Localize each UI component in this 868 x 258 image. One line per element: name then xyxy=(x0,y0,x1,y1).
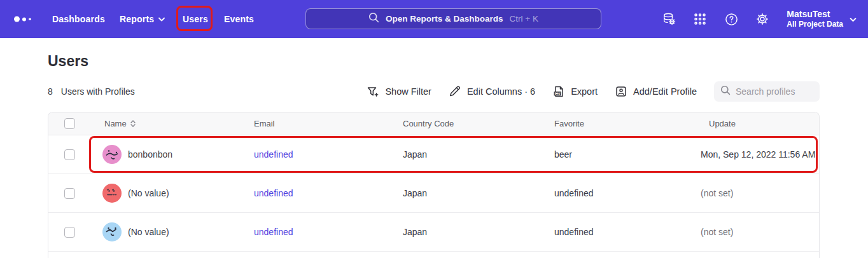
nav-users-label: Users xyxy=(183,14,208,24)
search-icon xyxy=(368,12,379,25)
add-edit-profile-label: Add/Edit Profile xyxy=(633,86,697,97)
nav-item-events[interactable]: Events xyxy=(224,14,254,24)
nav-reports-label: Reports xyxy=(120,14,154,24)
column-header-favorite[interactable]: Favorite xyxy=(554,119,701,128)
profile-email[interactable]: undefined xyxy=(254,227,403,237)
column-header-email[interactable]: Email xyxy=(254,119,403,128)
profile-country: Japan xyxy=(403,188,554,198)
users-page: Dashboards Reports Users Events Open Rep… xyxy=(0,0,868,258)
filter-plus-icon xyxy=(367,86,379,98)
profile-favorite: undefined xyxy=(554,227,701,237)
nav-item-users[interactable]: Users xyxy=(183,14,208,24)
table-row[interactable]: (No value) undefined Japan undefined (no… xyxy=(48,213,819,252)
chevron-down-icon xyxy=(158,17,165,22)
search-icon xyxy=(720,85,731,98)
profile-country: Japan xyxy=(403,227,554,237)
profiles-table: Name Email Country Code Favorite Update xyxy=(48,112,820,258)
avatar xyxy=(102,145,122,164)
row-checkbox[interactable] xyxy=(64,227,75,238)
table-toolbar: Show Filter Edit Columns · 6 CSV Expo xyxy=(367,81,820,102)
partial-next-row xyxy=(48,252,819,257)
name-header-label: Name xyxy=(104,119,127,128)
profile-update: Mon, Sep 12, 2022 11:56 AM xyxy=(701,149,820,160)
add-edit-profile-button[interactable]: Add/Edit Profile xyxy=(615,85,697,98)
nav-events-label: Events xyxy=(224,14,254,24)
column-header-country[interactable]: Country Code xyxy=(403,119,554,128)
project-selector[interactable]: MatsuTest All Project Data xyxy=(787,9,857,30)
avatar xyxy=(102,222,122,241)
profiles-count: 8 Users with Profiles xyxy=(48,86,135,97)
profile-favorite: beer xyxy=(554,149,701,160)
profile-name[interactable]: (No value) xyxy=(128,227,169,237)
pencil-icon xyxy=(449,85,461,98)
topbar-right-cluster: MatsuTest All Project Data xyxy=(662,0,857,38)
table-header-row: Name Email Country Code Favorite Update xyxy=(48,112,819,135)
top-navigation-bar: Dashboards Reports Users Events Open Rep… xyxy=(0,0,868,38)
profile-name[interactable]: bonbonbon xyxy=(128,149,172,160)
nav-item-reports[interactable]: Reports xyxy=(120,14,165,24)
profiles-count-number: 8 xyxy=(48,86,53,97)
edit-columns-label: Edit Columns · 6 xyxy=(467,86,535,97)
data-management-icon[interactable] xyxy=(662,12,676,26)
svg-text:CSV: CSV xyxy=(556,92,562,95)
column-header-name[interactable]: Name xyxy=(90,119,254,128)
table-row[interactable]: bonbonbon undefined Japan beer Mon, Sep … xyxy=(48,135,819,174)
apps-grid-icon[interactable] xyxy=(693,12,707,26)
profile-favorite: undefined xyxy=(554,188,701,198)
mixpanel-logo-icon[interactable] xyxy=(14,17,31,22)
column-header-update[interactable]: Update xyxy=(701,119,820,128)
search-profiles-field[interactable] xyxy=(714,81,820,102)
project-name: MatsuTest xyxy=(787,9,843,20)
profiles-count-label: Users with Profiles xyxy=(61,86,135,97)
avatar xyxy=(102,184,122,203)
nav-dashboards-label: Dashboards xyxy=(52,14,105,24)
global-search-shortcut: Ctrl + K xyxy=(510,14,538,24)
export-label: Export xyxy=(571,86,598,97)
profile-email[interactable]: undefined xyxy=(254,188,403,198)
page-title: Users xyxy=(48,53,88,70)
help-icon[interactable] xyxy=(724,12,738,26)
sort-icon[interactable] xyxy=(130,120,136,127)
row-checkbox[interactable] xyxy=(64,149,75,160)
chevron-down-icon xyxy=(850,13,857,25)
nav-item-dashboards[interactable]: Dashboards xyxy=(52,14,105,24)
search-profiles-input[interactable] xyxy=(736,86,812,97)
show-filter-button[interactable]: Show Filter xyxy=(367,86,431,98)
select-all-checkbox[interactable] xyxy=(64,118,75,129)
settings-gear-icon[interactable] xyxy=(755,12,769,26)
profile-update: (not set) xyxy=(701,188,820,198)
profile-country: Japan xyxy=(403,149,554,160)
profile-card-icon xyxy=(615,85,627,98)
export-button[interactable]: CSV Export xyxy=(552,85,598,98)
table-row[interactable]: (No value) undefined Japan undefined (no… xyxy=(48,174,819,213)
global-search-label: Open Reports & Dashboards xyxy=(386,14,503,24)
edit-columns-button[interactable]: Edit Columns · 6 xyxy=(449,85,535,98)
project-subtitle: All Project Data xyxy=(787,20,843,29)
csv-file-icon: CSV xyxy=(552,85,565,98)
profile-email[interactable]: undefined xyxy=(254,149,403,160)
global-search-bar[interactable]: Open Reports & Dashboards Ctrl + K xyxy=(305,8,601,29)
profile-name[interactable]: (No value) xyxy=(128,188,169,198)
profile-update: (not set) xyxy=(701,227,820,237)
row-checkbox[interactable] xyxy=(64,188,75,199)
show-filter-label: Show Filter xyxy=(385,86,431,97)
